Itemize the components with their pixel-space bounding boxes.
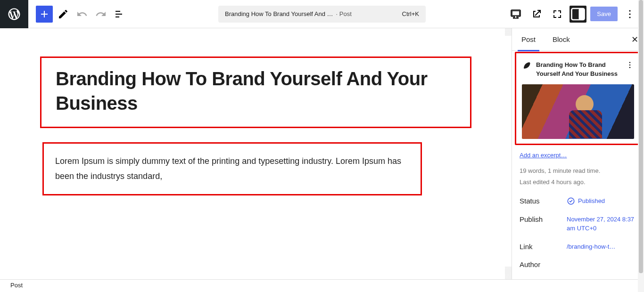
post-paragraph[interactable]: Lorem Ipsum is simply dummy text of the … bbox=[55, 154, 409, 184]
status-value[interactable]: Published bbox=[567, 197, 636, 206]
check-circle-icon bbox=[567, 197, 575, 205]
tab-post[interactable]: Post bbox=[520, 28, 537, 51]
close-sidebar-button[interactable]: ✕ bbox=[631, 34, 638, 45]
post-type-icon bbox=[522, 61, 531, 70]
preview-button[interactable] bbox=[528, 6, 545, 23]
post-actions-button[interactable] bbox=[626, 61, 634, 71]
sidebar-tabs: Post Block ✕ bbox=[512, 28, 644, 51]
command-type: · Post bbox=[336, 10, 352, 17]
pencil-icon bbox=[58, 8, 69, 20]
external-icon bbox=[531, 8, 542, 20]
post-fields: Status Published Publish November 27, 20… bbox=[512, 188, 644, 273]
settings-sidebar: Post Block ✕ Branding How To Brand Yours… bbox=[512, 28, 644, 279]
svg-rect-1 bbox=[579, 8, 585, 20]
editor-canvas[interactable]: Branding How To Brand Yourself And Your … bbox=[0, 28, 512, 279]
top-toolbar: Branding How To Brand Yourself And … · P… bbox=[0, 0, 644, 28]
edit-mode-button[interactable] bbox=[55, 6, 72, 23]
dots-vertical-icon bbox=[626, 61, 634, 69]
link-value[interactable]: /branding-how-t… bbox=[567, 243, 636, 251]
sidebar-post-title: Branding How To Brand Yourself And Your … bbox=[536, 61, 621, 79]
options-button[interactable] bbox=[621, 6, 638, 23]
add-excerpt-link[interactable]: Add an excerpt… bbox=[512, 152, 644, 159]
tab-block[interactable]: Block bbox=[551, 28, 572, 51]
redo-icon bbox=[95, 8, 107, 20]
sidebar-icon bbox=[570, 6, 586, 23]
settings-toggle[interactable] bbox=[570, 6, 586, 23]
dots-vertical-icon bbox=[624, 8, 636, 20]
svg-point-4 bbox=[629, 16, 630, 18]
left-tool-group bbox=[28, 6, 128, 23]
svg-point-6 bbox=[629, 65, 630, 65]
editor-scrollbar[interactable] bbox=[505, 28, 512, 279]
link-label: Link bbox=[520, 243, 567, 251]
breadcrumb[interactable]: Post bbox=[0, 279, 644, 292]
publish-value[interactable]: November 27, 2024 8:37 am UTC+0 bbox=[567, 215, 636, 233]
annotation-sidebar-box: Branding How To Brand Yourself And Your … bbox=[515, 52, 641, 145]
add-block-button[interactable] bbox=[36, 6, 53, 23]
publish-label: Publish bbox=[520, 215, 567, 223]
save-button[interactable]: Save bbox=[590, 7, 618, 21]
svg-point-3 bbox=[629, 13, 630, 15]
status-label: Status bbox=[520, 197, 567, 205]
fullscreen-button[interactable] bbox=[549, 6, 566, 23]
plus-icon bbox=[39, 8, 50, 20]
svg-point-5 bbox=[629, 62, 630, 63]
post-title[interactable]: Branding How To Brand Yourself And Your … bbox=[56, 66, 456, 115]
svg-point-7 bbox=[629, 67, 630, 68]
document-overview-button[interactable] bbox=[111, 6, 128, 23]
wordpress-icon bbox=[7, 7, 21, 21]
expand-icon bbox=[552, 8, 563, 20]
command-pill[interactable]: Branding How To Brand Yourself And … · P… bbox=[218, 6, 426, 23]
last-edited: Last edited 4 hours ago. bbox=[520, 177, 636, 188]
command-title: Branding How To Brand Yourself And … bbox=[225, 10, 333, 17]
wp-logo[interactable] bbox=[0, 0, 28, 28]
main-area: Branding How To Brand Yourself And Your … bbox=[0, 28, 644, 279]
post-meta: 19 words, 1 minute read time. Last edite… bbox=[512, 159, 644, 188]
undo-button[interactable] bbox=[74, 6, 91, 23]
redo-button[interactable] bbox=[92, 6, 109, 23]
feather-icon bbox=[522, 61, 531, 70]
right-tool-group: Save bbox=[507, 6, 638, 23]
command-shortcut: Ctrl+K bbox=[402, 10, 419, 17]
page-scrollbar[interactable] bbox=[638, 0, 644, 292]
post-summary-header: Branding How To Brand Yourself And Your … bbox=[516, 53, 640, 82]
featured-image[interactable] bbox=[522, 84, 634, 139]
view-desktop-button[interactable] bbox=[507, 6, 524, 23]
desktop-icon bbox=[510, 8, 521, 20]
word-count: 19 words, 1 minute read time. bbox=[520, 165, 636, 177]
author-label: Author bbox=[520, 260, 567, 268]
undo-icon bbox=[76, 8, 88, 20]
outline-icon bbox=[114, 8, 125, 20]
svg-point-2 bbox=[629, 10, 630, 11]
annotation-paragraph-box: Lorem Ipsum is simply dummy text of the … bbox=[42, 142, 422, 195]
annotation-title-box: Branding How To Brand Yourself And Your … bbox=[40, 57, 471, 128]
